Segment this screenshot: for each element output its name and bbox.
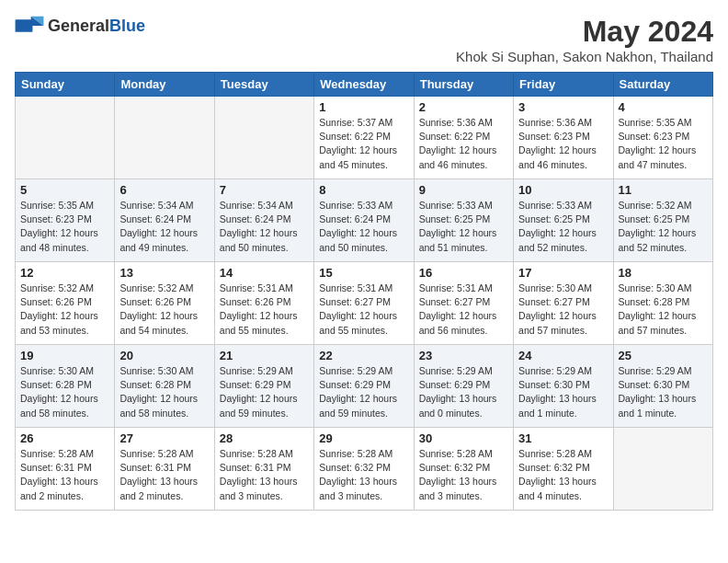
day-number: 8 (319, 183, 408, 197)
day-info: Sunrise: 5:28 AM Sunset: 6:31 PM Dayligh… (220, 447, 309, 503)
calendar-cell (214, 97, 313, 179)
day-number: 19 (20, 349, 109, 362)
page-header: General Blue May 2024 Khok Si Suphan, Sa… (15, 15, 713, 64)
calendar-cell: 16Sunrise: 5:31 AM Sunset: 6:27 PM Dayli… (414, 262, 513, 345)
calendar-week-row: 1Sunrise: 5:37 AM Sunset: 6:22 PM Daylig… (16, 97, 713, 179)
calendar-cell: 21Sunrise: 5:29 AM Sunset: 6:29 PM Dayli… (214, 345, 313, 428)
day-info: Sunrise: 5:35 AM Sunset: 6:23 PM Dayligh… (619, 116, 708, 172)
location-title: Khok Si Suphan, Sakon Nakhon, Thailand (456, 49, 713, 64)
calendar-cell: 8Sunrise: 5:33 AM Sunset: 6:24 PM Daylig… (314, 179, 414, 262)
column-header-monday: Monday (115, 73, 214, 97)
calendar-cell: 14Sunrise: 5:31 AM Sunset: 6:26 PM Dayli… (214, 262, 313, 345)
calendar-cell (115, 97, 214, 179)
calendar-header-row: SundayMondayTuesdayWednesdayThursdayFrid… (16, 73, 713, 97)
calendar-week-row: 12Sunrise: 5:32 AM Sunset: 6:26 PM Dayli… (16, 262, 713, 345)
calendar-cell: 27Sunrise: 5:28 AM Sunset: 6:31 PM Dayli… (115, 428, 214, 511)
day-info: Sunrise: 5:37 AM Sunset: 6:22 PM Dayligh… (319, 116, 408, 172)
day-info: Sunrise: 5:33 AM Sunset: 6:25 PM Dayligh… (518, 199, 608, 255)
calendar-cell: 13Sunrise: 5:32 AM Sunset: 6:26 PM Dayli… (115, 262, 214, 345)
day-number: 15 (319, 266, 408, 280)
day-number: 20 (119, 349, 209, 362)
day-info: Sunrise: 5:36 AM Sunset: 6:22 PM Dayligh… (419, 116, 508, 172)
day-number: 21 (220, 349, 309, 362)
calendar-cell: 25Sunrise: 5:29 AM Sunset: 6:30 PM Dayli… (613, 345, 712, 428)
day-info: Sunrise: 5:31 AM Sunset: 6:27 PM Dayligh… (419, 282, 508, 338)
month-title: May 2024 (456, 15, 713, 49)
calendar-cell: 30Sunrise: 5:28 AM Sunset: 6:32 PM Dayli… (414, 428, 513, 511)
day-number: 7 (220, 183, 309, 197)
day-number: 18 (619, 266, 708, 280)
calendar-cell: 24Sunrise: 5:29 AM Sunset: 6:30 PM Dayli… (514, 345, 613, 428)
calendar-cell: 17Sunrise: 5:30 AM Sunset: 6:27 PM Dayli… (514, 262, 613, 345)
day-info: Sunrise: 5:33 AM Sunset: 6:25 PM Dayligh… (419, 199, 508, 255)
day-info: Sunrise: 5:34 AM Sunset: 6:24 PM Dayligh… (119, 199, 209, 255)
column-header-friday: Friday (514, 73, 613, 97)
day-info: Sunrise: 5:28 AM Sunset: 6:31 PM Dayligh… (20, 447, 109, 503)
day-info: Sunrise: 5:28 AM Sunset: 6:32 PM Dayligh… (518, 447, 608, 503)
day-info: Sunrise: 5:30 AM Sunset: 6:28 PM Dayligh… (119, 364, 209, 420)
day-number: 17 (518, 266, 608, 280)
day-number: 27 (119, 431, 209, 445)
day-info: Sunrise: 5:34 AM Sunset: 6:24 PM Dayligh… (220, 199, 309, 255)
day-number: 22 (319, 349, 408, 362)
day-info: Sunrise: 5:35 AM Sunset: 6:23 PM Dayligh… (20, 199, 109, 255)
day-number: 4 (619, 100, 708, 114)
calendar-cell: 26Sunrise: 5:28 AM Sunset: 6:31 PM Dayli… (16, 428, 115, 511)
day-info: Sunrise: 5:29 AM Sunset: 6:29 PM Dayligh… (419, 364, 508, 420)
day-number: 26 (20, 431, 109, 445)
calendar-cell: 22Sunrise: 5:29 AM Sunset: 6:29 PM Dayli… (314, 345, 414, 428)
day-info: Sunrise: 5:28 AM Sunset: 6:31 PM Dayligh… (119, 447, 209, 503)
calendar-cell: 12Sunrise: 5:32 AM Sunset: 6:26 PM Dayli… (16, 262, 115, 345)
day-info: Sunrise: 5:32 AM Sunset: 6:26 PM Dayligh… (20, 282, 109, 338)
day-info: Sunrise: 5:29 AM Sunset: 6:29 PM Dayligh… (319, 364, 408, 420)
day-number: 5 (20, 183, 109, 197)
day-number: 23 (419, 349, 508, 362)
day-info: Sunrise: 5:31 AM Sunset: 6:26 PM Dayligh… (220, 282, 309, 338)
title-area: May 2024 Khok Si Suphan, Sakon Nakhon, T… (456, 15, 713, 64)
day-info: Sunrise: 5:31 AM Sunset: 6:27 PM Dayligh… (319, 282, 408, 338)
calendar-cell: 1Sunrise: 5:37 AM Sunset: 6:22 PM Daylig… (314, 97, 414, 179)
column-header-tuesday: Tuesday (214, 73, 313, 97)
logo-text-general: General (48, 17, 109, 36)
column-header-wednesday: Wednesday (314, 73, 414, 97)
calendar-cell: 18Sunrise: 5:30 AM Sunset: 6:28 PM Dayli… (613, 262, 712, 345)
day-info: Sunrise: 5:32 AM Sunset: 6:25 PM Dayligh… (619, 199, 708, 255)
day-info: Sunrise: 5:29 AM Sunset: 6:29 PM Dayligh… (220, 364, 309, 420)
day-number: 9 (419, 183, 508, 197)
calendar-cell: 2Sunrise: 5:36 AM Sunset: 6:22 PM Daylig… (414, 97, 513, 179)
calendar-week-row: 26Sunrise: 5:28 AM Sunset: 6:31 PM Dayli… (16, 428, 713, 511)
day-number: 3 (518, 100, 608, 114)
calendar-cell: 10Sunrise: 5:33 AM Sunset: 6:25 PM Dayli… (514, 179, 613, 262)
day-number: 13 (119, 266, 209, 280)
day-number: 31 (518, 431, 608, 445)
calendar-cell: 15Sunrise: 5:31 AM Sunset: 6:27 PM Dayli… (314, 262, 414, 345)
day-info: Sunrise: 5:29 AM Sunset: 6:30 PM Dayligh… (619, 364, 708, 420)
day-number: 30 (419, 431, 508, 445)
calendar-cell: 11Sunrise: 5:32 AM Sunset: 6:25 PM Dayli… (613, 179, 712, 262)
day-number: 16 (419, 266, 508, 280)
svg-rect-0 (16, 19, 33, 32)
calendar-cell: 3Sunrise: 5:36 AM Sunset: 6:23 PM Daylig… (514, 97, 613, 179)
day-info: Sunrise: 5:30 AM Sunset: 6:28 PM Dayligh… (619, 282, 708, 338)
calendar-week-row: 19Sunrise: 5:30 AM Sunset: 6:28 PM Dayli… (16, 345, 713, 428)
day-number: 14 (220, 266, 309, 280)
day-number: 2 (419, 100, 508, 114)
column-header-thursday: Thursday (414, 73, 513, 97)
day-number: 6 (119, 183, 209, 197)
logo-icon (15, 15, 44, 37)
day-info: Sunrise: 5:28 AM Sunset: 6:32 PM Dayligh… (319, 447, 408, 503)
calendar-cell: 31Sunrise: 5:28 AM Sunset: 6:32 PM Dayli… (514, 428, 613, 511)
day-info: Sunrise: 5:36 AM Sunset: 6:23 PM Dayligh… (518, 116, 608, 172)
calendar-cell: 5Sunrise: 5:35 AM Sunset: 6:23 PM Daylig… (16, 179, 115, 262)
day-number: 12 (20, 266, 109, 280)
calendar-cell: 9Sunrise: 5:33 AM Sunset: 6:25 PM Daylig… (414, 179, 513, 262)
calendar-cell (16, 97, 115, 179)
calendar-cell: 4Sunrise: 5:35 AM Sunset: 6:23 PM Daylig… (613, 97, 712, 179)
calendar-cell: 28Sunrise: 5:28 AM Sunset: 6:31 PM Dayli… (214, 428, 313, 511)
day-info: Sunrise: 5:29 AM Sunset: 6:30 PM Dayligh… (518, 364, 608, 420)
calendar-table: SundayMondayTuesdayWednesdayThursdayFrid… (15, 72, 713, 511)
calendar-cell: 20Sunrise: 5:30 AM Sunset: 6:28 PM Dayli… (115, 345, 214, 428)
calendar-cell (613, 428, 712, 511)
day-number: 29 (319, 431, 408, 445)
day-number: 24 (518, 349, 608, 362)
